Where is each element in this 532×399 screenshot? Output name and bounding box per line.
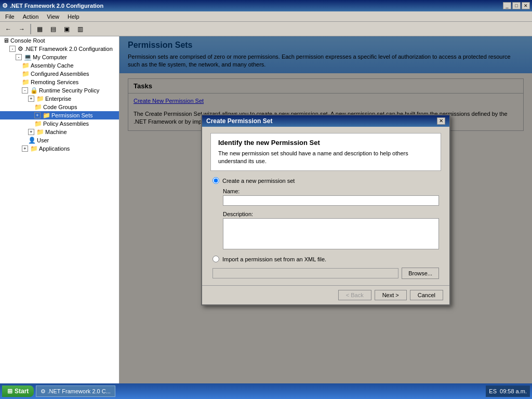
net-icon: ⚙ <box>18 45 23 52</box>
sidebar: 🖥 Console Root - ⚙ .NET Framework 2.0 Co… <box>0 36 119 383</box>
sidebar-item-label: Remoting Services <box>31 79 78 85</box>
sidebar-item-label: Configured Assemblies <box>31 71 89 77</box>
menu-action[interactable]: Action <box>19 12 43 21</box>
dialog-header-section: Identify the new Permission Set The new … <box>210 133 441 171</box>
computer-icon: 💻 <box>24 54 32 61</box>
dialog-title: Create Permission Set <box>206 117 272 125</box>
import-radio[interactable] <box>212 256 219 262</box>
view-extra-button[interactable]: ▥ <box>74 23 86 35</box>
dialog-header-title: Identify the new Permission Set <box>218 139 433 147</box>
back-button[interactable]: < Back <box>338 290 371 300</box>
sidebar-item-label: User <box>37 137 49 143</box>
sidebar-item-label: Console Root <box>10 37 45 44</box>
start-button[interactable]: ⊞ Start <box>2 385 34 397</box>
tree-toggle-rsp[interactable]: - <box>22 87 28 94</box>
tree-toggle-enterprise[interactable]: + <box>28 96 34 102</box>
sidebar-item-configured-assemblies[interactable]: 📁 Configured Assemblies <box>0 70 119 78</box>
sidebar-item-assembly-cache[interactable]: 📁 Assembly Cache <box>0 61 119 70</box>
tree-toggle-ps[interactable]: + <box>34 112 41 118</box>
language-indicator: ES <box>489 388 497 394</box>
sidebar-item-applications[interactable]: + 📁 Applications <box>0 144 119 153</box>
sidebar-item-label: Applications <box>39 145 70 152</box>
console-root-icon: 🖥 <box>3 37 9 44</box>
window-title: .NET Framework 2.0 Configuration <box>10 3 103 9</box>
maximize-button[interactable]: □ <box>512 2 521 9</box>
description-field-group: Description: <box>212 211 439 250</box>
taskbar-apps: ⚙ .NET Framework 2.0 C... <box>36 385 115 397</box>
sidebar-item-label: Enterprise <box>45 96 71 102</box>
sidebar-item-label: Code Groups <box>43 104 77 110</box>
clock: 09:58 a.m. <box>500 388 527 394</box>
view-icon-button[interactable]: ▦ <box>33 23 46 35</box>
folder-icon: 📁 <box>34 120 42 127</box>
sidebar-item-code-groups[interactable]: 📁 Code Groups <box>0 103 119 111</box>
name-field-group: Name: <box>212 188 439 206</box>
sidebar-item-permission-sets[interactable]: + 📁 Permission Sets <box>0 111 119 119</box>
folder-icon: 📁 <box>22 78 30 86</box>
tree-toggle-machine[interactable]: + <box>28 129 34 135</box>
start-icon: ⊞ <box>7 388 12 395</box>
menu-view[interactable]: View <box>43 12 63 21</box>
dialog-close-button[interactable]: ✕ <box>437 117 445 125</box>
browse-button[interactable]: Browse... <box>402 268 439 279</box>
main-layout: 🖥 Console Root - ⚙ .NET Framework 2.0 Co… <box>0 36 532 383</box>
create-permission-set-dialog: Create Permission Set ✕ Identify the new… <box>201 114 450 306</box>
sidebar-item-label: Policy Assemblies <box>43 121 89 127</box>
sidebar-item-enterprise[interactable]: + 📁 Enterprise <box>0 95 119 103</box>
folder-icon: 📁 <box>36 128 44 136</box>
taskbar-app-label: .NET Framework 2.0 C... <box>47 388 110 394</box>
sidebar-item-machine[interactable]: + 📁 Machine <box>0 128 119 136</box>
menu-bar: File Action View Help <box>0 11 532 22</box>
sidebar-item-label: Runtime Security Policy <box>39 87 99 94</box>
taskbar-app-icon: ⚙ <box>41 388 46 395</box>
import-radio-row: Import a permission set from an XML file… <box>212 256 439 262</box>
sidebar-item-label: Machine <box>45 129 67 135</box>
dialog-footer: < Back Next > Cancel <box>202 285 449 304</box>
sidebar-item-runtime-security-policy[interactable]: - 🔒 Runtime Security Policy <box>0 86 119 95</box>
forward-button[interactable]: → <box>16 23 28 35</box>
sidebar-item-console-root[interactable]: 🖥 Console Root <box>0 36 119 45</box>
sidebar-item-remoting-services[interactable]: 📁 Remoting Services <box>0 78 119 86</box>
create-new-label: Create a new permission set <box>222 178 295 184</box>
menu-help[interactable]: Help <box>63 12 84 21</box>
view-detail-button[interactable]: ▣ <box>60 23 73 35</box>
description-label: Description: <box>223 211 439 217</box>
import-row: Browse... <box>212 268 439 279</box>
folder-icon: 📁 <box>22 70 30 77</box>
content-area: Permission Sets Permission sets are comp… <box>119 36 532 383</box>
sidebar-item-my-computer[interactable]: - 💻 My Computer <box>0 53 119 61</box>
import-path-input[interactable] <box>212 268 398 278</box>
description-textarea[interactable] <box>223 218 439 249</box>
close-button[interactable]: ✕ <box>522 2 530 9</box>
back-button[interactable]: ← <box>2 23 15 35</box>
menu-file[interactable]: File <box>1 12 19 21</box>
sidebar-item-policy-assemblies[interactable]: 📁 Policy Assemblies <box>0 119 119 128</box>
cancel-button[interactable]: Cancel <box>410 290 443 300</box>
folder-icon: 📁 <box>36 95 44 102</box>
user-icon: 👤 <box>28 137 36 144</box>
sidebar-item-net-framework[interactable]: - ⚙ .NET Framework 2.0 Configuration <box>0 45 119 53</box>
dialog-titlebar: Create Permission Set ✕ <box>202 115 449 127</box>
sidebar-item-user[interactable]: 👤 User <box>0 136 119 144</box>
folder-icon: 📁 <box>43 112 50 119</box>
folder-icon: 📁 <box>34 103 42 111</box>
next-button[interactable]: Next > <box>375 290 407 300</box>
minimize-button[interactable]: _ <box>503 2 511 9</box>
tree-toggle-apps[interactable]: + <box>22 145 28 152</box>
import-label: Import a permission set from an XML file… <box>222 256 326 262</box>
app-icon: ⚙ <box>2 2 8 9</box>
name-label: Name: <box>223 188 439 194</box>
dialog-header-description: The new permission set should have a nam… <box>218 150 433 166</box>
create-new-radio[interactable] <box>212 177 219 184</box>
sidebar-item-label: Assembly Cache <box>31 62 74 69</box>
view-list-button[interactable]: ▤ <box>47 23 59 35</box>
tree-toggle-net[interactable]: - <box>9 46 16 52</box>
name-input[interactable] <box>223 195 439 206</box>
create-new-radio-row: Create a new permission set <box>212 177 439 184</box>
taskbar: ⊞ Start ⚙ .NET Framework 2.0 C... ES 09:… <box>0 383 532 399</box>
tree-toggle-computer[interactable]: - <box>16 54 22 60</box>
taskbar-app-netframework[interactable]: ⚙ .NET Framework 2.0 C... <box>36 385 115 397</box>
folder-icon: 📁 <box>30 145 38 152</box>
security-icon: 🔒 <box>30 87 38 94</box>
taskbar-tray: ES 09:58 a.m. <box>486 385 530 397</box>
